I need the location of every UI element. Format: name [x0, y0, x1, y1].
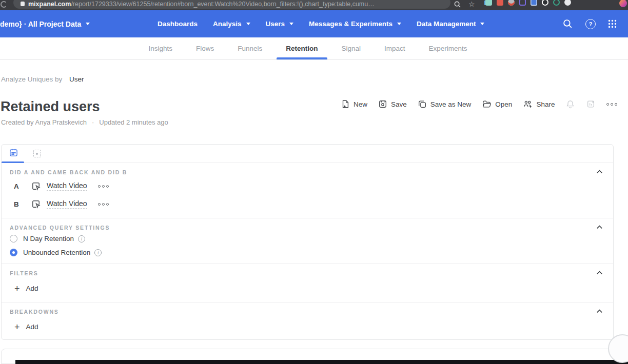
extension-icon[interactable]	[508, 0, 515, 6]
event-name: Watch Video	[47, 181, 87, 191]
info-icon[interactable]: i	[94, 249, 102, 256]
page-title: Retained users	[1, 99, 100, 115]
event-click-icon	[31, 199, 42, 210]
meta-dot: ·	[92, 118, 94, 126]
chevron-down-icon	[480, 23, 484, 25]
advanced-section-header: ADVANCED QUERY SETTINGS	[10, 225, 605, 231]
save-button[interactable]: Save	[378, 99, 407, 109]
nav-right-icons: ?	[562, 10, 617, 37]
add-filter-button[interactable]: + Add	[10, 285, 605, 292]
collapse-chevron-icon[interactable]	[596, 224, 603, 233]
collapse-chevron-icon[interactable]	[596, 308, 603, 317]
more-options-button[interactable]	[606, 103, 617, 106]
nav-items: Dashboards Analysis Users Messages & Exp…	[158, 10, 484, 37]
extension-icon[interactable]	[531, 0, 537, 6]
save-as-new-button[interactable]: Save as New	[418, 99, 472, 109]
breakdowns-section: BREAKDOWNS + Add	[2, 302, 613, 340]
radio-selected[interactable]	[10, 249, 17, 256]
main-nav: demo} · All Project Data Dashboards Anal…	[0, 10, 628, 37]
apps-grid-icon[interactable]	[608, 19, 617, 28]
report-type-tabs: Insights Flows Funnels Retention Signal …	[0, 37, 628, 60]
search-icon[interactable]	[562, 18, 573, 29]
nav-item-data-management[interactable]: Data Management	[417, 20, 485, 28]
reload-icon[interactable]	[1, 1, 7, 8]
nav-item-analysis[interactable]: Analysis	[213, 20, 250, 28]
add-to-dashboard-button[interactable]	[586, 99, 596, 109]
unbounded-retention-option[interactable]: Unbounded Retention i	[10, 247, 605, 258]
created-by-text: Created by Anya Pratskevich	[1, 118, 87, 126]
report-actions: New Save Save as New Open Share	[341, 99, 617, 109]
event-name: Watch Video	[47, 199, 87, 209]
n-day-retention-option[interactable]: N Day Retention i	[10, 233, 605, 245]
project-selector[interactable]: demo} · All Project Data	[0, 10, 90, 37]
share-button[interactable]: Share	[523, 99, 555, 109]
add-to-dashboard-icon	[586, 99, 596, 109]
calendar-grid-icon	[9, 148, 18, 159]
collapse-chevron-icon[interactable]	[596, 168, 603, 178]
tab-signal[interactable]: Signal	[340, 37, 363, 59]
info-icon[interactable]: i	[78, 235, 85, 242]
tab-retention-builder[interactable]	[2, 145, 25, 163]
tab-retention[interactable]: Retention	[284, 37, 320, 59]
advanced-settings-section: ADVANCED QUERY SETTINGS N Day Retention …	[2, 218, 613, 264]
event-selector[interactable]: Watch Video	[31, 199, 87, 210]
alert-bell-button[interactable]	[565, 99, 575, 109]
step-letter: A	[14, 183, 20, 190]
browser-bar: mixpanel.com/report/1729333/view/61255/r…	[0, 0, 628, 10]
event-selector[interactable]: Watch Video	[31, 181, 87, 192]
tab-experiments[interactable]: Experiments	[427, 37, 469, 59]
collapse-chevron-icon[interactable]	[596, 269, 603, 279]
extension-icon[interactable]	[542, 0, 548, 6]
plus-icon: +	[14, 323, 20, 331]
bookmark-star-icon[interactable]: ☆	[468, 0, 475, 8]
share-users-icon	[523, 99, 533, 109]
url-path: /report/1729333/view/61255/retention#bor…	[71, 1, 374, 8]
tab-funnels[interactable]: Funnels	[235, 37, 264, 59]
event-row-a: A Watch Video	[10, 179, 605, 193]
filters-section: FILTERS + Add	[2, 264, 613, 302]
nav-item-dashboards[interactable]: Dashboards	[158, 20, 198, 28]
tab-custom-behavior[interactable]	[25, 145, 49, 163]
extension-icon[interactable]	[485, 0, 492, 6]
radio-unselected[interactable]	[10, 235, 17, 242]
folder-icon	[482, 99, 492, 109]
nav-item-users[interactable]: Users	[266, 20, 294, 28]
custom-behavior-icon	[33, 150, 41, 157]
tab-impact[interactable]: Impact	[382, 37, 407, 59]
add-breakdown-button[interactable]: + Add	[10, 323, 605, 331]
address-bar[interactable]: mixpanel.com/report/1729333/view/61255/r…	[13, 0, 450, 9]
plus-icon: +	[14, 285, 20, 292]
new-report-icon	[341, 99, 350, 109]
help-icon[interactable]: ?	[585, 19, 596, 29]
analyze-label: Analyze Uniques by	[1, 75, 62, 83]
report-meta: Created by Anya Pratskevich · Updated 2 …	[1, 118, 168, 126]
save-icon	[378, 99, 387, 109]
step-letter: B	[14, 200, 20, 208]
tab-flows[interactable]: Flows	[194, 37, 216, 59]
bell-icon	[565, 99, 575, 109]
new-button[interactable]: New	[341, 99, 367, 109]
chevron-down-icon	[289, 23, 293, 25]
nav-item-messages-experiments[interactable]: Messages & Experiments	[309, 20, 401, 28]
open-button[interactable]: Open	[482, 99, 512, 109]
query-builder-card: DID A AND CAME BACK AND DID B A Watch Vi…	[1, 144, 614, 340]
lock-icon	[21, 2, 25, 6]
extension-icon[interactable]	[553, 0, 560, 6]
behavior-section: DID A AND CAME BACK AND DID B A Watch Vi…	[2, 163, 613, 218]
tab-insights[interactable]: Insights	[146, 37, 174, 59]
extension-icon[interactable]	[519, 0, 526, 6]
analyze-value-selector[interactable]: User	[69, 75, 84, 83]
behavior-section-header: DID A AND CAME BACK AND DID B	[10, 169, 605, 175]
event-options-button[interactable]	[98, 185, 109, 188]
filters-section-header: FILTERS	[10, 270, 605, 276]
browser-profile-avatar[interactable]	[619, 0, 627, 7]
chevron-down-icon	[397, 23, 401, 25]
query-mode-tabs	[2, 145, 613, 163]
url-domain: mixpanel.com	[28, 1, 71, 8]
extension-icon[interactable]	[564, 0, 571, 6]
extension-icon[interactable]	[497, 0, 503, 6]
search-icon[interactable]	[454, 1, 461, 10]
event-options-button[interactable]	[98, 203, 109, 206]
chevron-down-icon	[86, 23, 90, 25]
updated-text: Updated 2 minutes ago	[99, 118, 168, 126]
